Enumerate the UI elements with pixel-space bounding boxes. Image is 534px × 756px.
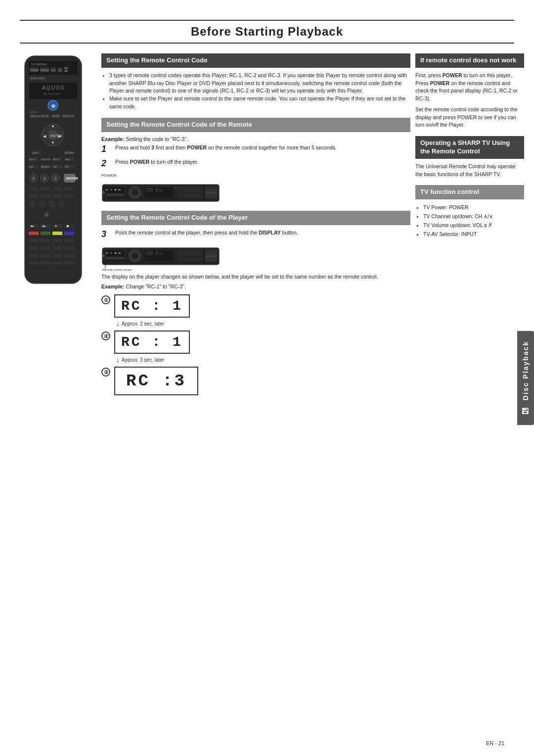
section-tv-function-header: TV function control (415, 185, 524, 199)
svg-rect-94 (29, 239, 39, 242)
rc-diagrams: ① RC : 1 Approx. 2 sec. later ② RC : 1 (101, 294, 410, 395)
svg-rect-91 (41, 232, 50, 235)
rc-arrow-label-1: Approx. 2 sec. later (122, 321, 164, 327)
svg-rect-133 (106, 257, 124, 260)
power-text-label: POWER (101, 173, 410, 178)
svg-rect-108 (52, 261, 62, 265)
svg-rect-82 (29, 224, 39, 228)
rc-circle-2: ② (101, 331, 110, 340)
svg-text:⏸: ⏸ (110, 188, 113, 191)
svg-text:BD: BD (175, 187, 178, 189)
rc-diagram-3: ③ RC :3 (101, 367, 410, 395)
step-1: 1 Press and hold 3 first and then POWER … (101, 144, 410, 155)
example-label-2: Example: (101, 284, 125, 289)
svg-text:AUDIO: AUDIO (29, 158, 36, 161)
svg-text:ENTER: ENTER (50, 134, 62, 138)
disc-playback-label: Disc Playback (522, 341, 530, 400)
svg-point-126 (102, 191, 105, 194)
page-title: Before Starting Playback (191, 25, 343, 38)
tv-function-item-3: TV Volume up/down: VOL e /f (423, 221, 524, 230)
svg-rect-109 (64, 261, 74, 265)
rc-circle-3: ③ (101, 368, 110, 377)
svg-text:∨: ∨ (65, 69, 67, 72)
svg-text:OFF: OFF (65, 166, 69, 168)
svg-text:FUNCTION: FUNCTION (63, 115, 74, 118)
svg-text:CH: CH (58, 69, 62, 72)
svg-text:BD PLAYER: BD PLAYER (44, 93, 60, 95)
middle-column: Setting the Remote Control Code 3 types … (101, 53, 410, 402)
svg-rect-84 (52, 224, 62, 228)
svg-text:①: ① (32, 176, 36, 181)
svg-text:ENTER: ENTER (66, 177, 78, 180)
svg-text:DISPLAY: DISPLAY (30, 111, 38, 113)
tv-function-list: TV Power: POWER TV Channel up/down: CH ∧… (415, 203, 524, 238)
svg-rect-75 (64, 194, 74, 198)
svg-rect-68 (29, 187, 39, 190)
svg-text:A-B: A-B (53, 166, 57, 168)
svg-text:PAGE: PAGE (65, 158, 70, 161)
tv-function-item-1: TV Power: POWER (423, 203, 524, 212)
page-title-bar: Before Starting Playback (20, 20, 514, 44)
svg-text:◀: ◀ (43, 134, 46, 139)
step-3-num: 3 (101, 229, 110, 240)
svg-text:⏹: ⏹ (114, 188, 117, 191)
sensor-label: Remote control sensor (102, 268, 132, 271)
svg-rect-104 (52, 254, 62, 257)
svg-text:SETUP: SETUP (41, 115, 48, 118)
svg-rect-107 (41, 261, 50, 265)
svg-text:0: 0 (45, 213, 48, 217)
svg-rect-93 (64, 232, 74, 235)
if-no-work-text1: First, press POWER to turn on this playe… (415, 72, 524, 103)
left-column: TV CONTROL POWER POWER VOL CH ∧ ∨ (10, 53, 96, 402)
section-player-code: Setting the Remote Control Code of the P… (101, 211, 410, 395)
setting-remote-bullets: 3 types of remote control codes operate … (101, 72, 410, 111)
svg-point-79 (58, 201, 65, 208)
svg-rect-106 (29, 261, 39, 265)
svg-rect-123 (178, 193, 203, 198)
svg-text:VOL: VOL (51, 69, 56, 72)
tv-function-item-2: TV Channel up/down: CH ∧/∨ (423, 212, 524, 221)
rc-display-text-3: RC :3 (114, 367, 198, 395)
svg-rect-71 (64, 187, 74, 190)
svg-rect-90 (29, 232, 39, 235)
svg-text:DVD   Blu: DVD Blu (146, 188, 163, 192)
step-2-content: Press POWER to turn off the player. (115, 158, 198, 166)
rc-arrow-label-2: Approx. 3 sec. later (122, 357, 164, 363)
section-remote-code-header: Setting the Remote Control Code of the R… (101, 118, 410, 132)
svg-text:AQUOS: AQUOS (42, 85, 65, 91)
page-number: EN - 21 (486, 740, 504, 746)
svg-text:POWER: POWER (30, 69, 39, 72)
svg-rect-69 (41, 187, 50, 190)
svg-text:SOURCE: SOURCE (30, 77, 39, 80)
svg-text:▶: ▶ (106, 188, 108, 191)
svg-text:FRONT: FRONT (52, 115, 60, 118)
bullet-item: Make sure to set the Player and remote c… (109, 95, 410, 111)
svg-rect-85 (64, 224, 74, 228)
svg-rect-139 (178, 257, 203, 262)
player-device-2-wrap: ▶ ⏸ ⏹ ⏭ DVD Blu SHARP (101, 244, 410, 272)
step-2-num: 2 (101, 158, 110, 169)
svg-text:REPEAT: REPEAT (41, 166, 50, 168)
svg-text:RETURN: RETURN (65, 152, 74, 154)
svg-point-142 (102, 254, 105, 257)
disc-playback-tab: 🖫 Disc Playback (517, 331, 534, 425)
main-content: TV CONTROL POWER POWER VOL CH ∧ ∨ (0, 53, 534, 402)
player-device-1: ▶ ⏸ ⏹ ⏭ DVD Blu BD SHARP (101, 181, 410, 204)
svg-rect-97 (64, 239, 74, 242)
right-column: If remote control does not work First, p… (415, 53, 524, 402)
svg-point-135 (132, 253, 138, 259)
svg-text:⏻: ⏻ (51, 103, 55, 108)
svg-text:⏭: ⏭ (118, 188, 121, 191)
svg-text:EASY: EASY (33, 152, 39, 154)
rc-display-3: RC :3 (114, 367, 198, 395)
svg-point-77 (39, 201, 45, 208)
svg-text:DVD   Blu: DVD Blu (146, 251, 163, 256)
rc-diagram-2: ② RC : 1 (101, 331, 410, 354)
example-value-2: Change "RC-1" to "RC-3". (126, 284, 186, 289)
svg-text:⏸: ⏸ (54, 225, 57, 228)
svg-text:⏮: ⏮ (31, 225, 34, 228)
svg-text:ANGLE: ANGLE (53, 158, 60, 161)
step-3-content: Point the remote control at the player, … (115, 229, 298, 237)
svg-text:AV2: AV2 (29, 166, 34, 168)
svg-text:TV CONTROL: TV CONTROL (31, 63, 47, 66)
